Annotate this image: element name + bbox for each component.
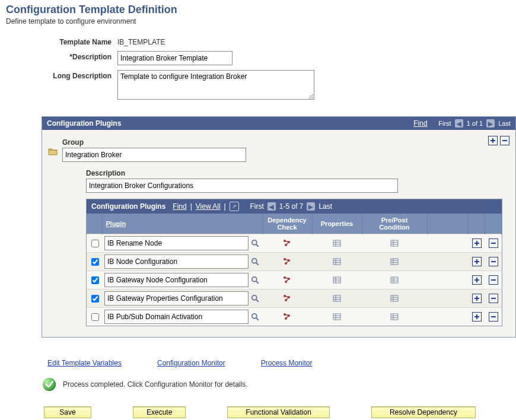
prepost-condition-icon[interactable] bbox=[364, 276, 425, 284]
lookup-icon[interactable] bbox=[250, 275, 260, 285]
group-input[interactable] bbox=[62, 148, 246, 162]
add-row-button[interactable] bbox=[472, 238, 482, 248]
lookup-icon[interactable] bbox=[250, 312, 260, 322]
grid-find-link[interactable]: Find bbox=[173, 202, 186, 211]
configuration-plugins-panel: Configuration Plugins Find First ◀ 1 of … bbox=[42, 116, 516, 338]
template-name-label: Template Name bbox=[6, 36, 117, 46]
grid-first-label: First bbox=[250, 202, 263, 211]
delete-row-button[interactable] bbox=[489, 312, 498, 322]
outer-first-label: First bbox=[438, 120, 451, 127]
grid-title: Configuration Plugins bbox=[91, 202, 165, 211]
process-monitor-link[interactable]: Process Monitor bbox=[261, 359, 313, 367]
plugin-select-checkbox[interactable] bbox=[91, 240, 99, 247]
table-row bbox=[87, 289, 502, 308]
add-row-button[interactable] bbox=[472, 257, 482, 266]
add-row-button[interactable] bbox=[472, 312, 482, 322]
plugin-name-input[interactable] bbox=[104, 236, 249, 250]
description-input[interactable] bbox=[117, 51, 232, 65]
page-title: Configuration Template Definition bbox=[6, 4, 510, 16]
plugin-select-checkbox[interactable] bbox=[91, 313, 99, 321]
group-description-label: Description bbox=[86, 169, 509, 177]
group-description-input[interactable] bbox=[86, 179, 398, 193]
plugins-grid: Configuration Plugins Find | View All | … bbox=[86, 199, 502, 326]
properties-icon[interactable] bbox=[314, 257, 359, 266]
delete-row-button[interactable] bbox=[489, 294, 498, 303]
properties-icon[interactable] bbox=[314, 313, 359, 321]
col-plugin-header[interactable]: Plugin bbox=[106, 220, 126, 227]
remove-group-button[interactable] bbox=[500, 136, 509, 145]
dependency-check-icon[interactable] bbox=[265, 313, 310, 321]
plugin-select-checkbox[interactable] bbox=[91, 258, 99, 266]
prepost-condition-icon[interactable] bbox=[364, 257, 425, 266]
prepost-condition-icon[interactable] bbox=[364, 294, 425, 303]
description-label: *Description bbox=[6, 51, 117, 61]
grid-page-label: 1-5 of 7 bbox=[279, 202, 304, 211]
template-name-value: IB_TEMPLATE bbox=[117, 36, 165, 46]
delete-row-button[interactable] bbox=[489, 275, 498, 285]
col-properties-header: Properties bbox=[312, 214, 362, 234]
plugin-name-input[interactable] bbox=[104, 291, 249, 306]
outer-prev-button[interactable]: ◀ bbox=[455, 119, 463, 128]
popout-icon[interactable]: ↗ bbox=[230, 202, 239, 211]
page-subtitle: Define template to configure environment bbox=[6, 17, 510, 26]
add-group-button[interactable] bbox=[488, 136, 498, 145]
properties-icon[interactable] bbox=[314, 276, 359, 284]
delete-row-button[interactable] bbox=[489, 238, 498, 248]
outer-last-label: Last bbox=[498, 120, 511, 127]
outer-find-link[interactable]: Find bbox=[413, 119, 427, 128]
plugin-select-checkbox[interactable] bbox=[91, 276, 99, 284]
table-row bbox=[87, 234, 502, 253]
status-message: Process completed. Click Configuration M… bbox=[63, 380, 247, 389]
edit-template-variables-link[interactable]: Edit Template Variables bbox=[47, 359, 122, 367]
resolve-dependency-button[interactable]: Resolve Dependency bbox=[371, 406, 476, 418]
functional-validation-button[interactable]: Functional Validation bbox=[227, 406, 330, 418]
table-row bbox=[87, 308, 502, 326]
outer-panel-title: Configuration Plugins bbox=[47, 119, 121, 128]
properties-icon[interactable] bbox=[314, 294, 359, 303]
grid-next-button[interactable]: ▶ bbox=[307, 202, 315, 211]
delete-row-button[interactable] bbox=[489, 257, 498, 266]
plugin-name-input[interactable] bbox=[104, 254, 249, 269]
dependency-check-icon[interactable] bbox=[265, 276, 310, 284]
add-row-button[interactable] bbox=[472, 294, 482, 303]
plugin-name-input[interactable] bbox=[104, 310, 249, 324]
dependency-check-icon[interactable] bbox=[265, 239, 310, 247]
prepost-condition-icon[interactable] bbox=[364, 313, 425, 321]
grid-last-label: Last bbox=[318, 202, 332, 211]
prepost-condition-icon[interactable] bbox=[364, 239, 425, 247]
long-description-label: Long Description bbox=[6, 70, 117, 80]
properties-icon[interactable] bbox=[314, 239, 359, 247]
outer-page-label: 1 of 1 bbox=[467, 120, 483, 127]
outer-next-button[interactable]: ▶ bbox=[486, 119, 495, 128]
save-button[interactable]: Save bbox=[44, 406, 91, 418]
success-icon bbox=[43, 378, 56, 391]
grid-prev-button[interactable]: ◀ bbox=[267, 202, 276, 211]
lookup-icon[interactable] bbox=[250, 257, 260, 266]
col-condition-header: Pre/Post Condition bbox=[362, 214, 427, 234]
long-description-textarea[interactable]: Template to configure Integration Broker bbox=[117, 70, 314, 100]
dependency-check-icon[interactable] bbox=[265, 257, 310, 266]
group-label: Group bbox=[62, 138, 246, 147]
configuration-monitor-link[interactable]: Configuration Monitor bbox=[157, 359, 225, 367]
grid-view-all-link[interactable]: View All bbox=[196, 202, 221, 211]
plugin-select-checkbox[interactable] bbox=[91, 295, 99, 303]
col-dependency-header: Dependency Check bbox=[262, 214, 312, 234]
folder-open-icon bbox=[48, 147, 58, 156]
add-row-button[interactable] bbox=[472, 275, 482, 285]
lookup-icon[interactable] bbox=[250, 238, 260, 248]
dependency-check-icon[interactable] bbox=[265, 294, 310, 303]
lookup-icon[interactable] bbox=[250, 294, 260, 303]
plugin-name-input[interactable] bbox=[104, 273, 249, 287]
execute-button[interactable]: Execute bbox=[133, 406, 186, 418]
table-row bbox=[87, 253, 502, 271]
table-row bbox=[87, 271, 502, 289]
